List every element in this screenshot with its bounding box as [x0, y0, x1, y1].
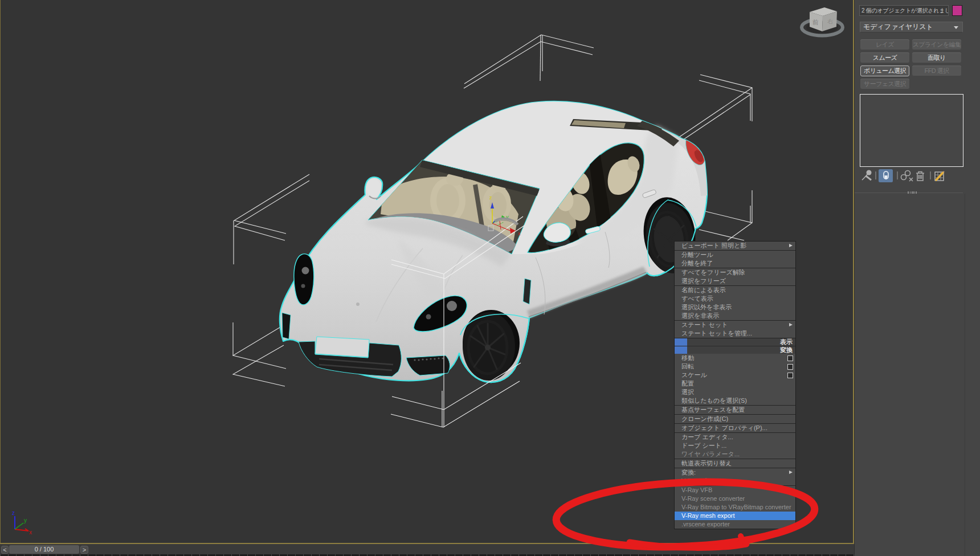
svg-text:x: x [518, 231, 521, 236]
svg-text:z: z [12, 510, 15, 516]
svg-text:右: 右 [827, 18, 833, 24]
svg-text:z: z [489, 195, 492, 201]
svg-text:前: 前 [812, 19, 819, 26]
svg-text:y: y [24, 517, 27, 524]
svg-text:x: x [29, 529, 32, 535]
